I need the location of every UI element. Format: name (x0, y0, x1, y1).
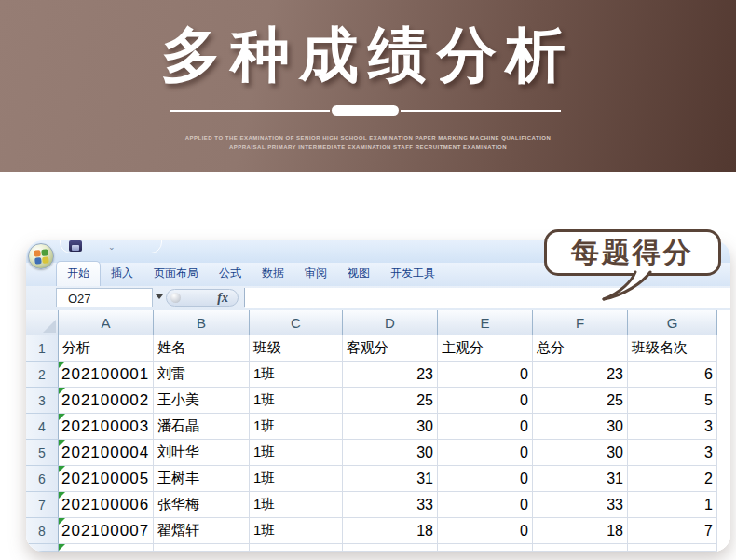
tab-2[interactable]: 插入 (101, 262, 143, 286)
cell-A2[interactable]: 202100001 (59, 362, 154, 388)
save-icon[interactable] (69, 240, 82, 252)
cell-D3[interactable]: 25 (343, 388, 438, 414)
cell-F2[interactable]: 23 (533, 362, 628, 388)
cell-G9[interactable] (628, 544, 717, 552)
cell-B2[interactable]: 刘雷 (154, 362, 250, 388)
row-header-1[interactable]: 1 (26, 335, 59, 362)
cell-F6[interactable]: 31 (533, 466, 628, 492)
cell-C3[interactable]: 1班 (250, 388, 343, 414)
cell-D4[interactable]: 30 (343, 414, 438, 440)
name-box-dropdown-icon[interactable] (156, 294, 163, 299)
cell-D9[interactable] (343, 544, 438, 552)
cell-F7[interactable]: 33 (533, 492, 628, 518)
cell-G3[interactable]: 5 (628, 388, 717, 414)
tab-1[interactable]: 开始 (56, 261, 101, 286)
cell-D5[interactable]: 30 (343, 440, 438, 466)
cell-D1[interactable]: 客观分 (343, 335, 438, 362)
cell-G4[interactable]: 3 (628, 414, 717, 440)
cell-C6[interactable]: 1班 (250, 466, 343, 492)
cell-B9[interactable] (154, 544, 250, 552)
cell-G7[interactable]: 1 (628, 492, 717, 518)
cell-F4[interactable]: 30 (533, 414, 628, 440)
cell-C5[interactable]: 1班 (250, 440, 343, 466)
office-button[interactable] (28, 243, 54, 269)
column-header-D[interactable]: D (343, 310, 438, 335)
cell-A7[interactable]: 202100006 (59, 492, 154, 518)
row-header-3[interactable]: 3 (26, 388, 59, 414)
cell-A1[interactable]: 分析 (59, 335, 154, 362)
cell-E8[interactable]: 0 (438, 518, 533, 544)
cell-E7[interactable]: 0 (438, 492, 533, 518)
cell-D8[interactable]: 18 (343, 518, 438, 544)
cell-B4[interactable]: 潘石晶 (154, 414, 250, 440)
tab-7[interactable]: 视图 (337, 262, 380, 286)
tab-6[interactable]: 审阅 (294, 262, 337, 286)
insert-function-control[interactable]: fx (166, 289, 239, 307)
banner-subtitle-line1: APPLIED TO THE EXAMINATION OF SENIOR HIG… (0, 133, 736, 143)
cell-C4[interactable]: 1班 (250, 414, 343, 440)
cell-G6[interactable]: 2 (628, 466, 717, 492)
cell-D7[interactable]: 33 (343, 492, 438, 518)
cell-E3[interactable]: 0 (438, 388, 533, 414)
cell-B5[interactable]: 刘叶华 (154, 440, 250, 466)
cell-F1[interactable]: 总分 (533, 335, 628, 362)
cell-D6[interactable]: 31 (343, 466, 438, 492)
row-filler (717, 492, 730, 518)
row-header-2[interactable]: 2 (26, 362, 59, 388)
cell-E5[interactable]: 0 (438, 440, 533, 466)
cell-B8[interactable]: 翟熠轩 (154, 518, 250, 544)
cell-G5[interactable]: 3 (628, 440, 717, 466)
cell-A3[interactable]: 202100002 (59, 388, 154, 414)
column-header-B[interactable]: B (154, 310, 250, 335)
cell-E6[interactable]: 0 (438, 466, 533, 492)
column-header-F[interactable]: F (533, 310, 628, 335)
row-header-5[interactable]: 5 (26, 440, 59, 466)
tab-8[interactable]: 开发工具 (380, 262, 445, 286)
cell-D2[interactable]: 23 (343, 362, 438, 388)
cell-C1[interactable]: 班级 (250, 335, 343, 362)
cell-F9[interactable] (533, 544, 628, 552)
row-header-9[interactable] (26, 544, 59, 552)
cell-G8[interactable]: 7 (628, 518, 717, 544)
cell-F8[interactable]: 18 (533, 518, 628, 544)
cell-A8[interactable]: 202100007 (59, 518, 154, 544)
cell-B3[interactable]: 王小美 (154, 388, 250, 414)
tab-3[interactable]: 页面布局 (143, 262, 209, 286)
tab-4[interactable]: 公式 (209, 262, 252, 286)
tab-5[interactable]: 数据 (252, 262, 294, 286)
cell-E9[interactable] (438, 544, 533, 552)
row-header-6[interactable]: 6 (26, 466, 59, 492)
column-header-G[interactable]: G (628, 310, 717, 335)
cell-C7[interactable]: 1班 (250, 492, 343, 518)
cell-A6[interactable]: 202100005 (59, 466, 154, 492)
formula-bar[interactable] (245, 288, 730, 308)
cell-A4[interactable]: 202100003 (59, 414, 154, 440)
cell-F5[interactable]: 30 (533, 440, 628, 466)
cell-E1[interactable]: 主观分 (438, 335, 533, 362)
row-header-7[interactable]: 7 (26, 492, 59, 518)
cell-B6[interactable]: 王树丰 (154, 466, 250, 492)
cell-B7[interactable]: 张华梅 (154, 492, 250, 518)
row-filler (717, 414, 730, 440)
column-header-E[interactable]: E (438, 310, 533, 335)
column-header-C[interactable]: C (250, 310, 343, 335)
cell-G1[interactable]: 班级名次 (628, 335, 717, 362)
select-all-corner[interactable] (26, 310, 59, 335)
cell-C2[interactable]: 1班 (250, 362, 343, 388)
cell-E4[interactable]: 0 (438, 414, 533, 440)
cell-A9[interactable] (59, 544, 154, 552)
cell-A5[interactable]: 202100004 (59, 440, 154, 466)
cell-F3[interactable]: 25 (533, 388, 628, 414)
cell-C8[interactable]: 1班 (250, 518, 343, 544)
callout-tail (598, 270, 652, 302)
name-box[interactable]: O27 (56, 288, 153, 307)
callout-label: 每题得分 (571, 234, 694, 272)
row-header-8[interactable]: 8 (26, 518, 59, 544)
row-header-4[interactable]: 4 (26, 414, 59, 440)
cell-E2[interactable]: 0 (438, 362, 533, 388)
cell-B1[interactable]: 姓名 (154, 335, 250, 362)
cell-G2[interactable]: 6 (628, 362, 717, 388)
column-header-A[interactable]: A (59, 310, 154, 335)
chevron-down-icon[interactable]: ⌄ (108, 242, 116, 252)
cell-C9[interactable] (250, 544, 343, 552)
